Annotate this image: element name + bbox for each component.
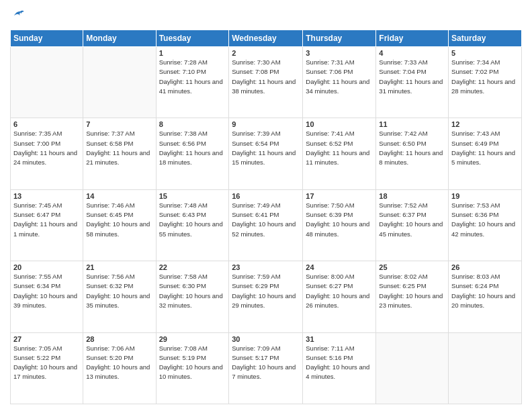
calendar-cell: 14Sunrise: 7:46 AMSunset: 6:45 PMDayligh… xyxy=(83,189,156,261)
day-number: 26 xyxy=(451,263,519,271)
calendar-header: Sunday Monday Tuesday Wednesday Thursday… xyxy=(11,30,522,47)
header-monday: Monday xyxy=(83,30,156,47)
day-info: Sunrise: 7:08 AMSunset: 5:19 PMDaylight:… xyxy=(159,344,226,382)
calendar-cell: 7Sunrise: 7:37 AMSunset: 6:58 PMDaylight… xyxy=(83,118,156,189)
bird-icon xyxy=(10,7,25,21)
day-info: Sunrise: 7:06 AMSunset: 5:20 PMDaylight:… xyxy=(86,344,152,382)
calendar-cell xyxy=(83,47,156,118)
day-info: Sunrise: 7:33 AMSunset: 7:04 PMDaylight:… xyxy=(379,58,445,96)
day-info: Sunrise: 7:37 AMSunset: 6:58 PMDaylight:… xyxy=(86,129,152,167)
day-info: Sunrise: 7:31 AMSunset: 7:06 PMDaylight:… xyxy=(306,58,373,96)
day-info: Sunrise: 7:45 AMSunset: 6:47 PMDaylight:… xyxy=(13,201,80,239)
day-number: 3 xyxy=(306,49,373,57)
calendar-body: 1Sunrise: 7:28 AMSunset: 7:10 PMDaylight… xyxy=(11,47,522,404)
calendar-cell: 25Sunrise: 8:02 AMSunset: 6:25 PMDayligh… xyxy=(376,261,449,332)
header xyxy=(10,7,522,24)
week-row-3: 20Sunrise: 7:55 AMSunset: 6:34 PMDayligh… xyxy=(11,261,522,332)
calendar-cell: 22Sunrise: 7:58 AMSunset: 6:30 PMDayligh… xyxy=(156,261,229,332)
day-number: 4 xyxy=(379,49,445,57)
calendar-cell: 30Sunrise: 7:09 AMSunset: 5:17 PMDayligh… xyxy=(229,332,303,404)
day-number: 29 xyxy=(159,335,226,343)
header-tuesday: Tuesday xyxy=(156,30,229,47)
week-row-0: 1Sunrise: 7:28 AMSunset: 7:10 PMDaylight… xyxy=(11,47,522,118)
day-info: Sunrise: 7:38 AMSunset: 6:56 PMDaylight:… xyxy=(159,129,226,167)
day-number: 30 xyxy=(232,335,300,343)
week-row-4: 27Sunrise: 7:05 AMSunset: 5:22 PMDayligh… xyxy=(11,332,522,404)
day-info: Sunrise: 7:11 AMSunset: 5:16 PMDaylight:… xyxy=(306,344,373,382)
calendar-cell xyxy=(449,332,522,404)
day-info: Sunrise: 7:48 AMSunset: 6:43 PMDaylight:… xyxy=(159,201,226,239)
calendar-cell: 6Sunrise: 7:35 AMSunset: 7:00 PMDaylight… xyxy=(11,118,83,189)
calendar: Sunday Monday Tuesday Wednesday Thursday… xyxy=(10,30,522,404)
calendar-cell: 26Sunrise: 8:03 AMSunset: 6:24 PMDayligh… xyxy=(449,261,522,332)
day-number: 31 xyxy=(306,335,373,343)
day-number: 19 xyxy=(451,192,519,200)
header-saturday: Saturday xyxy=(449,30,522,47)
day-info: Sunrise: 7:55 AMSunset: 6:34 PMDaylight:… xyxy=(13,272,80,310)
day-info: Sunrise: 7:49 AMSunset: 6:41 PMDaylight:… xyxy=(232,201,300,239)
week-row-2: 13Sunrise: 7:45 AMSunset: 6:47 PMDayligh… xyxy=(11,189,522,261)
calendar-cell: 13Sunrise: 7:45 AMSunset: 6:47 PMDayligh… xyxy=(11,189,83,261)
header-sunday: Sunday xyxy=(11,30,83,47)
days-header-row: Sunday Monday Tuesday Wednesday Thursday… xyxy=(11,30,522,47)
day-number: 12 xyxy=(451,120,519,128)
calendar-cell: 9Sunrise: 7:39 AMSunset: 6:54 PMDaylight… xyxy=(229,118,303,189)
calendar-cell: 18Sunrise: 7:52 AMSunset: 6:37 PMDayligh… xyxy=(376,189,449,261)
week-row-1: 6Sunrise: 7:35 AMSunset: 7:00 PMDaylight… xyxy=(11,118,522,189)
day-info: Sunrise: 7:42 AMSunset: 6:50 PMDaylight:… xyxy=(379,129,445,167)
day-info: Sunrise: 7:28 AMSunset: 7:10 PMDaylight:… xyxy=(159,58,226,96)
day-number: 18 xyxy=(379,192,445,200)
calendar-cell: 20Sunrise: 7:55 AMSunset: 6:34 PMDayligh… xyxy=(11,261,83,332)
day-info: Sunrise: 7:41 AMSunset: 6:52 PMDaylight:… xyxy=(306,129,373,167)
calendar-cell: 5Sunrise: 7:34 AMSunset: 7:02 PMDaylight… xyxy=(449,47,522,118)
calendar-cell: 29Sunrise: 7:08 AMSunset: 5:19 PMDayligh… xyxy=(156,332,229,404)
day-info: Sunrise: 7:58 AMSunset: 6:30 PMDaylight:… xyxy=(159,272,226,310)
calendar-cell: 28Sunrise: 7:06 AMSunset: 5:20 PMDayligh… xyxy=(83,332,156,404)
calendar-cell: 4Sunrise: 7:33 AMSunset: 7:04 PMDaylight… xyxy=(376,47,449,118)
calendar-cell: 11Sunrise: 7:42 AMSunset: 6:50 PMDayligh… xyxy=(376,118,449,189)
day-number: 1 xyxy=(159,49,226,57)
day-number: 5 xyxy=(451,49,519,57)
calendar-cell: 19Sunrise: 7:53 AMSunset: 6:36 PMDayligh… xyxy=(449,189,522,261)
day-info: Sunrise: 7:46 AMSunset: 6:45 PMDaylight:… xyxy=(86,201,152,239)
day-info: Sunrise: 7:34 AMSunset: 7:02 PMDaylight:… xyxy=(451,58,519,96)
day-info: Sunrise: 7:30 AMSunset: 7:08 PMDaylight:… xyxy=(232,58,300,96)
day-number: 10 xyxy=(306,120,373,128)
day-info: Sunrise: 7:52 AMSunset: 6:37 PMDaylight:… xyxy=(379,201,445,239)
calendar-cell: 17Sunrise: 7:50 AMSunset: 6:39 PMDayligh… xyxy=(303,189,376,261)
day-info: Sunrise: 8:03 AMSunset: 6:24 PMDaylight:… xyxy=(451,272,519,310)
day-info: Sunrise: 7:39 AMSunset: 6:54 PMDaylight:… xyxy=(232,129,300,167)
day-info: Sunrise: 7:09 AMSunset: 5:17 PMDaylight:… xyxy=(232,344,300,382)
day-info: Sunrise: 7:56 AMSunset: 6:32 PMDaylight:… xyxy=(86,272,152,310)
day-number: 15 xyxy=(159,192,226,200)
calendar-cell: 2Sunrise: 7:30 AMSunset: 7:08 PMDaylight… xyxy=(229,47,303,118)
calendar-cell: 15Sunrise: 7:48 AMSunset: 6:43 PMDayligh… xyxy=(156,189,229,261)
calendar-cell: 31Sunrise: 7:11 AMSunset: 5:16 PMDayligh… xyxy=(303,332,376,404)
day-info: Sunrise: 8:00 AMSunset: 6:27 PMDaylight:… xyxy=(306,272,373,310)
day-info: Sunrise: 7:59 AMSunset: 6:29 PMDaylight:… xyxy=(232,272,300,310)
day-number: 9 xyxy=(232,120,300,128)
calendar-cell: 8Sunrise: 7:38 AMSunset: 6:56 PMDaylight… xyxy=(156,118,229,189)
calendar-cell: 1Sunrise: 7:28 AMSunset: 7:10 PMDaylight… xyxy=(156,47,229,118)
calendar-cell: 3Sunrise: 7:31 AMSunset: 7:06 PMDaylight… xyxy=(303,47,376,118)
calendar-cell: 24Sunrise: 8:00 AMSunset: 6:27 PMDayligh… xyxy=(303,261,376,332)
day-info: Sunrise: 7:50 AMSunset: 6:39 PMDaylight:… xyxy=(306,201,373,239)
day-number: 11 xyxy=(379,120,445,128)
day-number: 23 xyxy=(232,263,300,271)
day-number: 24 xyxy=(306,263,373,271)
calendar-cell: 23Sunrise: 7:59 AMSunset: 6:29 PMDayligh… xyxy=(229,261,303,332)
calendar-cell xyxy=(376,332,449,404)
day-info: Sunrise: 8:02 AMSunset: 6:25 PMDaylight:… xyxy=(379,272,445,310)
day-number: 28 xyxy=(86,335,152,343)
day-number: 6 xyxy=(13,120,80,128)
day-number: 27 xyxy=(13,335,80,343)
calendar-cell: 16Sunrise: 7:49 AMSunset: 6:41 PMDayligh… xyxy=(229,189,303,261)
day-number: 17 xyxy=(306,192,373,200)
logo xyxy=(10,7,26,24)
day-number: 22 xyxy=(159,263,226,271)
day-number: 7 xyxy=(86,120,152,128)
header-wednesday: Wednesday xyxy=(229,30,303,47)
day-number: 16 xyxy=(232,192,300,200)
day-number: 21 xyxy=(86,263,152,271)
calendar-cell: 12Sunrise: 7:43 AMSunset: 6:49 PMDayligh… xyxy=(449,118,522,189)
